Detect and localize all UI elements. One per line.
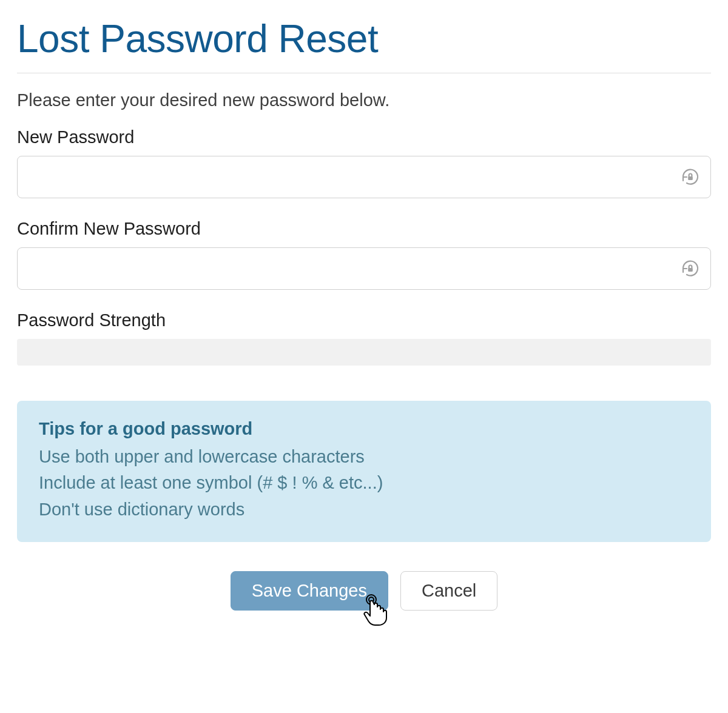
title-divider [17, 73, 711, 73]
confirm-password-label: Confirm New Password [17, 219, 711, 239]
cancel-button[interactable]: Cancel [400, 571, 497, 611]
new-password-label: New Password [17, 127, 711, 147]
new-password-group: New Password [17, 127, 711, 198]
intro-text: Please enter your desired new password b… [17, 90, 711, 110]
tips-line: Don't use dictionary words [39, 497, 689, 523]
save-changes-button[interactable]: Save Changes [231, 571, 388, 611]
tips-box: Tips for a good password Use both upper … [17, 401, 711, 543]
password-strength-group: Password Strength [17, 310, 711, 366]
tips-line: Include at least one symbol (# $ ! % & e… [39, 470, 689, 497]
tips-title: Tips for a good password [39, 419, 689, 439]
password-strength-label: Password Strength [17, 310, 711, 330]
password-strength-bar [17, 339, 711, 366]
confirm-password-group: Confirm New Password [17, 219, 711, 290]
confirm-password-input-wrap [17, 247, 711, 290]
tips-line: Use both upper and lowercase characters [39, 444, 689, 470]
page-title: Lost Password Reset [17, 17, 711, 62]
new-password-input[interactable] [17, 156, 711, 198]
confirm-password-input[interactable] [17, 247, 711, 290]
button-row: Save Changes Cancel [17, 571, 711, 611]
new-password-input-wrap [17, 156, 711, 198]
